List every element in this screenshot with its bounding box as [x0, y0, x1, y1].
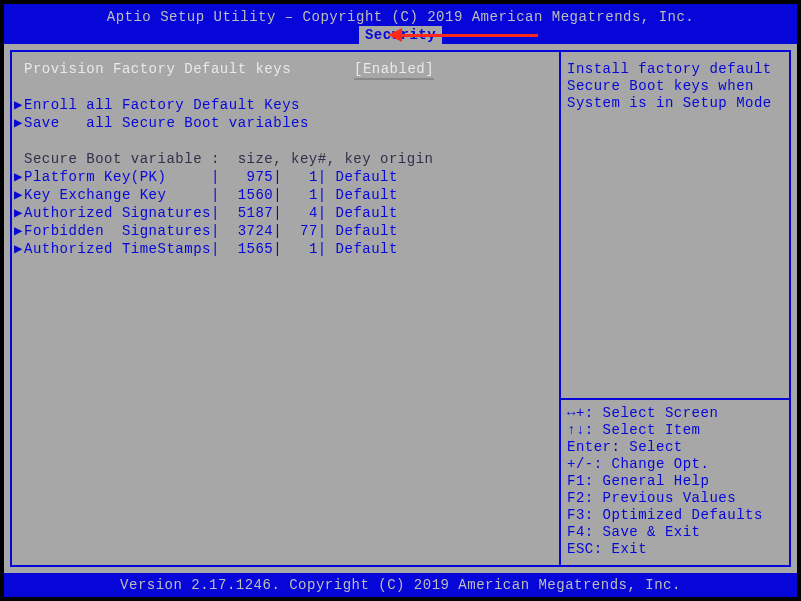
key-hint: F4: Save & Exit [567, 523, 783, 540]
submenu-icon: ▶ [14, 168, 24, 186]
var-origin: Default [336, 168, 398, 186]
table-row[interactable]: ▶ Key Exchange Key | 1560| 1| Default [14, 186, 555, 204]
divider [561, 398, 789, 400]
key-hint: Enter: Select [567, 438, 783, 455]
submenu-icon: ▶ [14, 240, 24, 258]
var-keys: 1 [291, 240, 318, 258]
var-size: 5187 [229, 204, 274, 222]
menu-label: Save all Secure Boot variables [24, 114, 309, 132]
submenu-icon: ▶ [14, 204, 24, 222]
blank-icon [14, 60, 24, 78]
option-provision-keys[interactable]: Provision Factory Default keys [Enabled] [14, 60, 555, 78]
spacer [14, 78, 555, 96]
main-panel: Provision Factory Default keys [Enabled]… [12, 52, 561, 565]
var-keys: 77 [291, 222, 318, 240]
var-origin: Default [336, 222, 398, 240]
var-size: 1560 [229, 186, 274, 204]
app-title: Aptio Setup Utility – Copyright (C) 2019… [4, 4, 797, 26]
option-label: Provision Factory Default keys [24, 60, 354, 78]
help-text: Secure Boot keys when [567, 77, 783, 94]
table-header: Secure Boot variable : size, key#, key o… [14, 150, 555, 168]
key-hint: +/-: Change Opt. [567, 455, 783, 472]
help-text: System is in Setup Mode [567, 94, 783, 111]
var-size: 3724 [229, 222, 274, 240]
var-keys: 1 [291, 168, 318, 186]
tab-security[interactable]: Security [359, 26, 442, 44]
header-bar: Aptio Setup Utility – Copyright (C) 2019… [4, 4, 797, 44]
option-value: [Enabled] [354, 60, 434, 78]
var-origin: Default [336, 186, 398, 204]
blank-icon [14, 150, 24, 168]
side-panel: Install factory default Secure Boot keys… [561, 52, 789, 565]
submenu-icon: ▶ [14, 96, 24, 114]
var-name: Forbidden Signatures [24, 222, 211, 240]
var-name: Platform Key(PK) [24, 168, 211, 186]
var-keys: 4 [291, 204, 318, 222]
var-size: 1565 [229, 240, 274, 258]
key-hint: F2: Previous Values [567, 489, 783, 506]
footer-text: Version 2.17.1246. Copyright (C) 2019 Am… [120, 577, 681, 593]
var-name: Key Exchange Key [24, 186, 211, 204]
menu-enroll-keys[interactable]: ▶ Enroll all Factory Default Keys [14, 96, 555, 114]
var-origin: Default [336, 204, 398, 222]
key-hint: ↑↓: Select Item [567, 421, 783, 438]
spacer [14, 132, 555, 150]
key-hint: ESC: Exit [567, 540, 783, 557]
var-origin: Default [336, 240, 398, 258]
table-row[interactable]: ▶ Forbidden Signatures| 3724| 77| Defaul… [14, 222, 555, 240]
key-hint: ↔+: Select Screen [567, 404, 783, 421]
var-size: 975 [229, 168, 274, 186]
var-keys: 1 [291, 186, 318, 204]
key-hint: F1: General Help [567, 472, 783, 489]
submenu-icon: ▶ [14, 186, 24, 204]
help-text: Install factory default [567, 60, 783, 77]
menu-save-variables[interactable]: ▶ Save all Secure Boot variables [14, 114, 555, 132]
table-row[interactable]: ▶ Platform Key(PK) | 975| 1| Default [14, 168, 555, 186]
var-name: Authorized TimeStamps [24, 240, 211, 258]
submenu-icon: ▶ [14, 222, 24, 240]
menu-label: Enroll all Factory Default Keys [24, 96, 300, 114]
submenu-icon: ▶ [14, 114, 24, 132]
var-name: Authorized Signatures [24, 204, 211, 222]
table-row[interactable]: ▶ Authorized TimeStamps| 1565| 1| Defaul… [14, 240, 555, 258]
table-row[interactable]: ▶ Authorized Signatures| 5187| 4| Defaul… [14, 204, 555, 222]
footer-bar: Version 2.17.1246. Copyright (C) 2019 Am… [4, 573, 797, 597]
key-hint: F3: Optimized Defaults [567, 506, 783, 523]
